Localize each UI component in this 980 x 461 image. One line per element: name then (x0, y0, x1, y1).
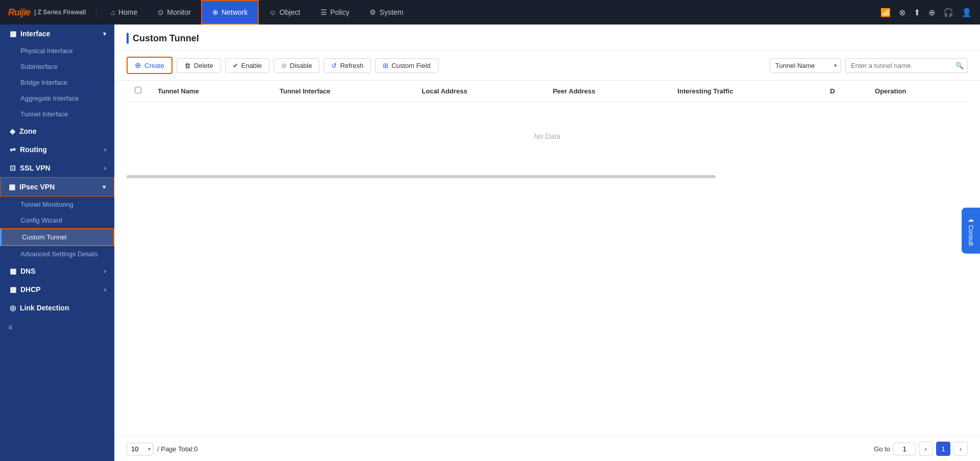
page-size-select[interactable]: 10 20 50 100 (127, 443, 153, 455)
chevron-sslvpn: › (104, 165, 106, 171)
page-1-button[interactable]: 1 (936, 442, 950, 456)
chevron-routing: › (104, 147, 106, 153)
col-interesting-traffic: Interesting Traffic (669, 81, 822, 102)
col-operation: Operation (867, 81, 968, 102)
goto-label: Go to (874, 445, 890, 453)
page-title-bar: Custom Tunnel (127, 33, 199, 44)
brand-sub: | Z Series Firewall (34, 9, 86, 16)
sidebar-item-advanced-settings[interactable]: Advanced Settings Details (0, 246, 114, 262)
custom-field-button[interactable]: ⊞ Custom Field (375, 58, 438, 73)
page-size-wrap: 10 20 50 100 (127, 443, 153, 455)
nav-item-network[interactable]: ⊕ Network (201, 0, 259, 25)
nav-label-network: Network (222, 8, 248, 16)
sidebar-label-config-wizard: Config Wizard (20, 216, 62, 224)
interface-icon: ▦ (10, 30, 16, 38)
nav-item-monitor[interactable]: ⊙ Monitor (148, 0, 201, 25)
nav-item-system[interactable]: ⚙ System (359, 0, 413, 25)
chevron-ipsecvpn: ▾ (103, 184, 106, 190)
sidebar-item-zone[interactable]: ◈ Zone (0, 122, 114, 140)
sidebar-item-interface[interactable]: ▦ Interface ▾ (0, 25, 114, 43)
sidebar-label-ipsecvpn: IPsec VPN (19, 183, 55, 191)
page-total-label: / Page Total:0 (157, 445, 198, 453)
sidebar-item-config-wizard[interactable]: Config Wizard (0, 212, 114, 228)
prev-page-button[interactable]: ‹ (919, 442, 933, 456)
toolbar-right: Tunnel Name 🔍 (770, 58, 968, 73)
col-checkbox (127, 81, 150, 102)
enable-button[interactable]: ✔ Enable (225, 58, 270, 73)
wifi-icon[interactable]: 📶 (880, 8, 891, 17)
user-icon[interactable]: 👤 (962, 8, 972, 17)
nav-items: ⌂ Home ⊙ Monitor ⊕ Network ☺ Object ☰ Po… (101, 0, 880, 25)
page-title: Custom Tunnel (133, 33, 199, 44)
sidebar-item-dhcp[interactable]: ▦ DHCP › (0, 280, 114, 299)
home-icon: ⌂ (111, 8, 115, 16)
sidebar-collapse-icon[interactable]: ≡ (0, 317, 114, 337)
sidebar-item-sslvpn[interactable]: ⊡ SSL VPN › (0, 159, 114, 177)
sidebar-item-physical-interface[interactable]: Physical Interface (0, 43, 114, 59)
no-data-cell: No Data (127, 102, 968, 172)
custom-field-icon: ⊞ (383, 62, 388, 69)
create-button[interactable]: ⊕ Create (127, 57, 173, 74)
toolbar: ⊕ Create 🗑 Delete ✔ Enable ⊘ Disable ↺ R… (114, 51, 980, 81)
nav-label-system: System (379, 8, 403, 16)
top-nav-right: 📶 ⊗ ⬆ ⊕ 🎧 👤 (880, 8, 972, 17)
col-local-address: Local Address (413, 81, 545, 102)
consult-button[interactable]: ☁ Consult (962, 207, 980, 254)
nav-item-home[interactable]: ⌂ Home (101, 0, 148, 25)
data-table: Tunnel Name Tunnel Interface Local Addre… (127, 81, 968, 182)
main-content: Custom Tunnel ⊕ Create 🗑 Delete ✔ Enable… (114, 25, 980, 461)
goto-input[interactable] (893, 443, 916, 455)
sidebar-label-interface: Interface (20, 30, 50, 38)
sidebar-label-dhcp: DHCP (20, 285, 41, 294)
select-all-checkbox[interactable] (135, 87, 141, 93)
sidebar-item-tunnel-interface[interactable]: Tunnel Interface (0, 106, 114, 122)
delete-button[interactable]: 🗑 Delete (177, 58, 221, 73)
sslvpn-icon: ⊡ (10, 164, 16, 172)
consult-label: Consult (967, 225, 974, 246)
search-input[interactable] (845, 58, 968, 73)
nav-label-home: Home (118, 8, 137, 16)
refresh-button[interactable]: ↺ Refresh (324, 58, 371, 73)
horizontal-scrollbar[interactable] (127, 175, 716, 178)
sidebar-label-custom-tunnel: Custom Tunnel (22, 233, 66, 241)
page-title-accent (127, 33, 129, 44)
sidebar-item-tunnel-monitoring[interactable]: Tunnel Monitoring (0, 197, 114, 212)
sidebar-label-advanced-settings: Advanced Settings Details (20, 250, 98, 258)
sidebar-item-routing[interactable]: ⇌ Routing › (0, 140, 114, 159)
chevron-dns: › (104, 268, 106, 274)
disable-button[interactable]: ⊘ Disable (274, 58, 320, 73)
sidebar-item-subinterface[interactable]: Subinterface (0, 59, 114, 75)
nav-item-object[interactable]: ☺ Object (259, 0, 310, 25)
refresh-icon: ↺ (331, 62, 337, 69)
chevron-dhcp: › (104, 286, 106, 293)
enable-icon: ✔ (233, 62, 238, 69)
table-container: Tunnel Name Tunnel Interface Local Addre… (114, 81, 980, 436)
next-page-button[interactable]: › (953, 442, 968, 456)
nav-item-policy[interactable]: ☰ Policy (310, 0, 359, 25)
system-icon: ⚙ (370, 8, 376, 16)
brand: Ruijie | Z Series Firewall (8, 7, 96, 18)
search-input-wrap: 🔍 (845, 58, 968, 73)
sidebar-label-dns: DNS (20, 267, 36, 275)
cloud-icon: ☁ (967, 215, 974, 223)
nav-label-monitor: Monitor (167, 8, 191, 16)
sidebar-item-dns[interactable]: ▦ DNS › (0, 262, 114, 280)
sidebar-item-link-detection[interactable]: ◎ Link Detection (0, 299, 114, 317)
sidebar-item-ipsecvpn[interactable]: ▦ IPsec VPN ▾ (0, 177, 114, 197)
upload-icon[interactable]: ⬆ (914, 8, 920, 17)
routing-icon: ⇌ (10, 145, 16, 154)
filter-select[interactable]: Tunnel Name (770, 58, 841, 73)
globe-icon[interactable]: ⊕ (928, 8, 935, 17)
sidebar-label-aggregate: Aggregate Interface (20, 94, 79, 102)
no-data-row: No Data (127, 102, 968, 172)
create-icon: ⊕ (135, 61, 141, 70)
sidebar-item-custom-tunnel[interactable]: Custom Tunnel (0, 228, 114, 246)
sidebar-item-bridge-interface[interactable]: Bridge Interface (0, 75, 114, 90)
object-icon: ☺ (269, 8, 276, 16)
sidebar-label-zone: Zone (19, 127, 36, 135)
sidebar-label-link-detection: Link Detection (20, 304, 69, 312)
settings-icon[interactable]: ⊗ (899, 8, 905, 17)
dns-icon: ▦ (10, 267, 16, 275)
sidebar-item-aggregate-interface[interactable]: Aggregate Interface (0, 90, 114, 106)
headset-icon[interactable]: 🎧 (943, 8, 953, 17)
